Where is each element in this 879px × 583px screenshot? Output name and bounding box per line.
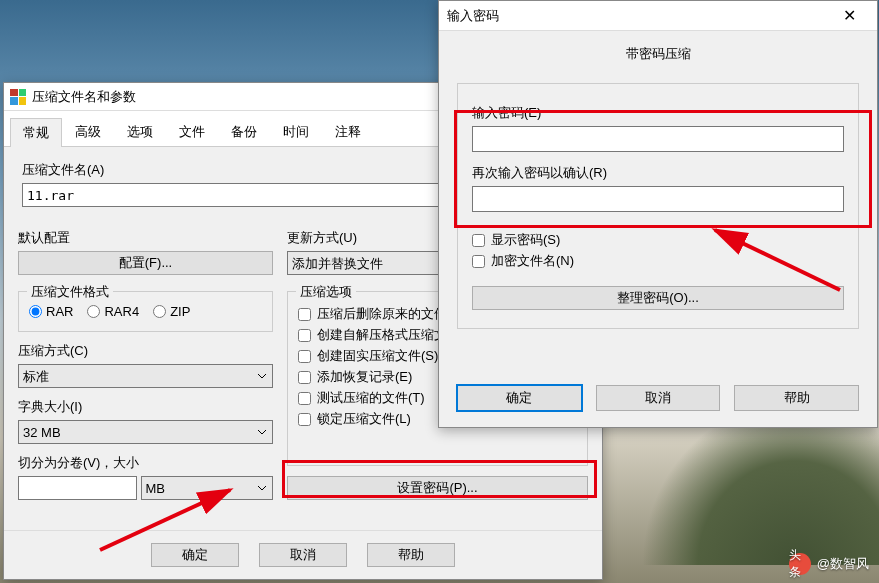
encrypt-names-checkbox[interactable] [472,255,485,268]
set-password-button[interactable]: 设置密码(P)... [287,476,588,500]
opt-solid[interactable] [298,350,311,363]
split-label: 切分为分卷(V)，大小 [18,454,273,472]
tab-options[interactable]: 选项 [114,117,166,146]
split-unit-select[interactable]: MB [141,476,274,500]
archive-cancel-button[interactable]: 取消 [259,543,347,567]
tab-comment[interactable]: 注释 [322,117,374,146]
split-size-input[interactable] [18,476,137,500]
password-dialog: 输入密码 ✕ 带密码压缩 输入密码(E) 再次输入密码以确认(R) 显示密码(S… [438,0,878,428]
method-select[interactable]: 标准 [18,364,273,388]
pwd-titlebar: 输入密码 ✕ [439,1,877,31]
watermark-text: @数智风 [817,555,869,573]
method-label: 压缩方式(C) [18,342,273,360]
archive-title: 压缩文件名和参数 [32,88,136,106]
format-zip[interactable]: ZIP [153,304,190,319]
password-input[interactable] [472,126,844,152]
format-label: 压缩文件格式 [27,283,113,301]
tab-backup[interactable]: 备份 [218,117,270,146]
dict-label: 字典大小(I) [18,398,273,416]
options-label: 压缩选项 [296,283,356,301]
format-rar4[interactable]: RAR4 [87,304,139,319]
dict-select[interactable]: 32 MB [18,420,273,444]
pwd-group: 输入密码(E) 再次输入密码以确认(R) 显示密码(S) 加密文件名(N) 整理… [457,83,859,329]
opt-sfx[interactable] [298,329,311,342]
watermark-icon: 头条 [789,553,811,575]
profile-label: 默认配置 [18,229,273,247]
pwd-title: 输入密码 [447,7,499,25]
format-group: 压缩文件格式 RAR RAR4 ZIP [18,291,273,332]
organize-passwords-button[interactable]: 整理密码(O)... [472,286,844,310]
pwd-cancel-button[interactable]: 取消 [596,385,721,411]
tab-files[interactable]: 文件 [166,117,218,146]
show-password-checkbox[interactable] [472,234,485,247]
pwd-footer: 确定 取消 帮助 [439,369,877,427]
winrar-icon [10,89,26,105]
archive-ok-button[interactable]: 确定 [151,543,239,567]
opt-recovery[interactable] [298,371,311,384]
pwd-ok-button[interactable]: 确定 [457,385,582,411]
opt-test[interactable] [298,392,311,405]
close-icon[interactable]: ✕ [829,2,869,30]
archive-help-button[interactable]: 帮助 [367,543,455,567]
pwd-confirm-label: 再次输入密码以确认(R) [472,164,844,182]
profile-button[interactable]: 配置(F)... [18,251,273,275]
opt-delete[interactable] [298,308,311,321]
password-confirm-input[interactable] [472,186,844,212]
opt-lock[interactable] [298,413,311,426]
tab-advanced[interactable]: 高级 [62,117,114,146]
format-rar[interactable]: RAR [29,304,73,319]
pwd-help-button[interactable]: 帮助 [734,385,859,411]
tab-time[interactable]: 时间 [270,117,322,146]
watermark: 头条 @数智风 [789,553,869,575]
tab-general[interactable]: 常规 [10,118,62,147]
archive-footer: 确定 取消 帮助 [4,530,602,579]
pwd-label: 输入密码(E) [472,104,844,122]
pwd-subtitle: 带密码压缩 [439,31,877,77]
